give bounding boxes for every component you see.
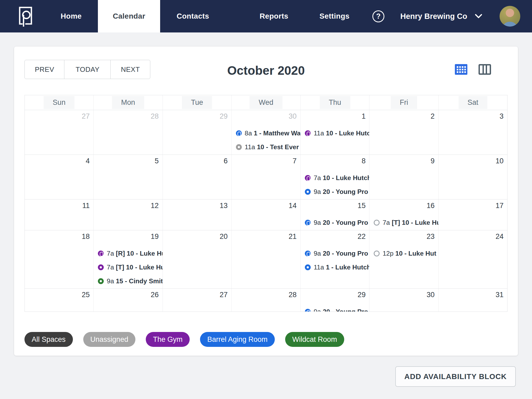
date-number: 30	[232, 110, 300, 122]
calendar-event[interactable]: 11a1 - Luke Hutch	[301, 262, 369, 273]
event-time: 11a	[245, 143, 255, 151]
day-cell-2[interactable]: 2	[369, 110, 438, 155]
day-cell-8[interactable]: 87a10 - Luke Hutch9a20 - Young Pro	[301, 155, 369, 199]
event-status-icon	[305, 251, 311, 256]
date-number: 6	[163, 155, 231, 166]
day-cell-9[interactable]: 9	[369, 155, 438, 199]
account-menu[interactable]: Henry Brewing Co	[400, 0, 482, 32]
calendar-event[interactable]: 7a[R] 10 - Luke Hu	[94, 248, 162, 259]
day-cell-21[interactable]: 21	[232, 230, 301, 288]
nav-tab-home[interactable]: Home	[40, 0, 102, 32]
day-cell-7[interactable]: 7	[232, 155, 301, 199]
day-cell-19[interactable]: 197a[R] 10 - Luke Hu7a[T] 10 - Luke Hu9a…	[94, 230, 163, 288]
calendar-toolbar: PREV TODAY NEXT October 2020	[24, 60, 508, 79]
legend-pill-all-spaces[interactable]: All Spaces	[24, 332, 73, 347]
day-cell-4[interactable]: 4	[25, 155, 94, 199]
day-cell-31[interactable]: 31	[439, 289, 507, 312]
event-time: 8a	[245, 130, 252, 137]
help-icon[interactable]: ?	[372, 10, 384, 22]
day-header-fri: Fri	[369, 95, 438, 110]
event-time: 9a	[314, 250, 321, 257]
day-cell-12[interactable]: 12	[94, 200, 163, 230]
nav-tab-settings[interactable]: Settings	[307, 0, 362, 32]
day-cell-18[interactable]: 18	[25, 230, 94, 288]
day-header-tue: Tue	[163, 95, 232, 110]
day-cell-29[interactable]: 299a20 - Young Pro	[301, 289, 369, 312]
calendar-event[interactable]: 11a10 - Luke Hutc	[301, 128, 369, 139]
day-cell-27[interactable]: 27	[163, 289, 232, 312]
event-status-icon	[374, 251, 380, 256]
calendar-event[interactable]: 7a10 - Luke Hutch	[301, 173, 369, 183]
calendar-event[interactable]: 9a20 - Young Pro	[301, 248, 369, 259]
event-title: 10 - Luke Hut	[395, 250, 436, 257]
event-title: 1 - Matthew Wa	[254, 130, 300, 137]
calendar-event[interactable]: 11a10 - Test Ever	[232, 142, 300, 152]
event-status-icon	[305, 309, 311, 312]
event-time: 9a	[107, 277, 114, 285]
app-logo-icon[interactable]	[19, 6, 32, 28]
calendar-event[interactable]: 9a15 - Cindy Smit	[94, 276, 162, 286]
columns-view-icon[interactable]	[479, 64, 491, 75]
date-number: 13	[163, 200, 231, 211]
month-view-icon[interactable]	[455, 64, 467, 75]
nav-tab-reports[interactable]: Reports	[246, 0, 302, 32]
add-availability-block-button[interactable]: ADD AVAILABILITY BLOCK	[395, 366, 516, 387]
calendar-event[interactable]: 9a20 - Young Pro	[301, 217, 369, 228]
day-cell-15[interactable]: 159a20 - Young Pro	[301, 200, 369, 230]
day-cell-20[interactable]: 20	[163, 230, 232, 288]
day-cell-10[interactable]: 10	[439, 155, 507, 199]
day-cell-30[interactable]: 308a1 - Matthew Wa11a10 - Test Ever	[232, 110, 301, 155]
date-number: 10	[439, 155, 507, 166]
event-title: [T] 10 - Luke Hu	[116, 264, 163, 271]
nav-tab-calendar[interactable]: Calendar	[98, 0, 160, 32]
date-number: 1	[301, 110, 369, 122]
event-title: 15 - Cindy Smit	[116, 277, 163, 285]
calendar-event[interactable]: 9a20 - Young Pro	[301, 186, 369, 197]
day-cell-17[interactable]: 17	[439, 200, 507, 230]
nav-tab-contacts[interactable]: Contacts	[164, 0, 222, 32]
day-cell-28[interactable]: 28	[232, 289, 301, 312]
day-cell-27[interactable]: 27	[25, 110, 94, 155]
day-header-thu: Thu	[301, 95, 369, 110]
day-cell-13[interactable]: 13	[163, 200, 232, 230]
date-number: 22	[301, 230, 369, 242]
event-time: 9a	[314, 308, 321, 312]
day-cell-16[interactable]: 167a[T] 10 - Luke Hu	[369, 200, 438, 230]
calendar-event[interactable]: 7a[T] 10 - Luke Hu	[94, 262, 162, 273]
day-cell-29[interactable]: 29	[163, 110, 232, 155]
day-cell-24[interactable]: 24	[439, 230, 507, 288]
date-number: 15	[301, 200, 369, 211]
day-cell-28[interactable]: 28	[94, 110, 163, 155]
top-nav: Home Calendar Contacts Reports Settings …	[0, 0, 532, 32]
day-cell-6[interactable]: 6	[163, 155, 232, 199]
user-avatar[interactable]	[500, 6, 520, 27]
day-cell-1[interactable]: 111a10 - Luke Hutc	[301, 110, 369, 155]
calendar-event[interactable]: 8a1 - Matthew Wa	[232, 128, 300, 139]
event-time: 7a	[314, 174, 321, 182]
date-number: 9	[369, 155, 438, 166]
day-cell-25[interactable]: 25	[25, 289, 94, 312]
legend-pill-unassigned[interactable]: Unassigned	[83, 332, 136, 347]
legend-pill-the-gym[interactable]: The Gym	[146, 332, 190, 347]
day-cell-11[interactable]: 11	[25, 200, 94, 230]
legend-pill-barrel-aging-room[interactable]: Barrel Aging Room	[200, 332, 275, 347]
day-header-label: Sat	[459, 96, 488, 109]
week-row: 18197a[R] 10 - Luke Hu7a[T] 10 - Luke Hu…	[25, 230, 507, 289]
day-header-label: Wed	[250, 96, 282, 109]
legend-pill-wildcat-room[interactable]: Wildcat Room	[285, 332, 344, 347]
date-number: 29	[301, 289, 369, 300]
day-cell-14[interactable]: 14	[232, 200, 301, 230]
date-number: 7	[232, 155, 300, 166]
day-cell-5[interactable]: 5	[94, 155, 163, 199]
date-number: 23	[369, 230, 438, 242]
calendar-event[interactable]: 7a[T] 10 - Luke Hu	[369, 217, 438, 228]
day-cell-23[interactable]: 2312p10 - Luke Hut	[369, 230, 438, 288]
day-header-label: Mon	[112, 96, 144, 109]
day-cell-22[interactable]: 229a20 - Young Pro11a1 - Luke Hutch	[301, 230, 369, 288]
calendar-event[interactable]: 9a20 - Young Pro	[301, 306, 369, 312]
date-number: 18	[25, 230, 93, 242]
calendar-event[interactable]: 12p10 - Luke Hut	[369, 248, 438, 259]
day-cell-3[interactable]: 3	[439, 110, 507, 155]
day-cell-30[interactable]: 30	[369, 289, 438, 312]
day-cell-26[interactable]: 26	[94, 289, 163, 312]
